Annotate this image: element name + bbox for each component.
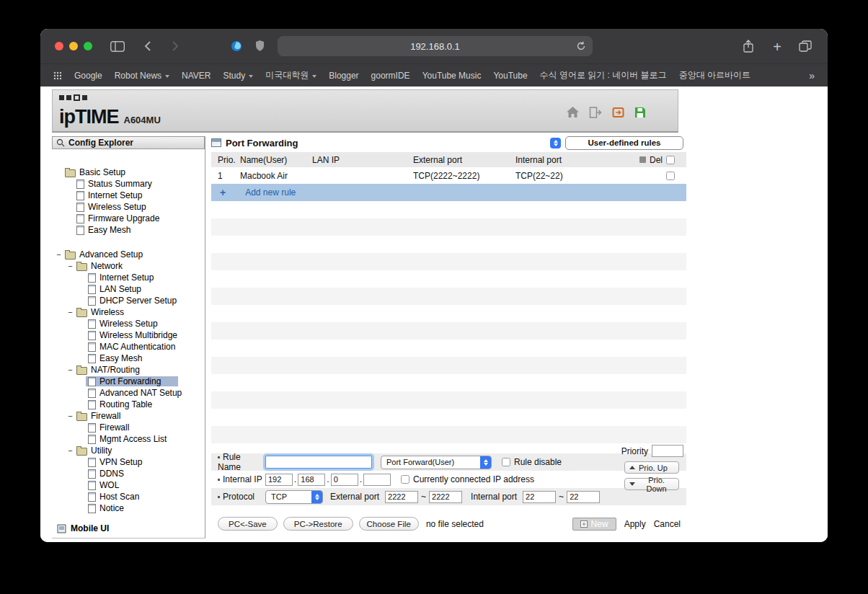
- bookmark-naver[interactable]: NAVER: [182, 71, 211, 81]
- sidebar-item-nat-routing[interactable]: −NAT/Routing: [52, 364, 205, 376]
- bookmark-robot-news[interactable]: Robot News: [115, 71, 169, 81]
- sidebar-item-port-forwarding[interactable]: Port Forwarding: [52, 376, 205, 387]
- sidebar-item-advanced-nat-setup[interactable]: Advanced NAT Setup: [52, 387, 205, 399]
- bookmark-blogger[interactable]: Blogger: [329, 71, 358, 81]
- bookmarks-overflow-chevron[interactable]: »: [809, 70, 815, 81]
- add-new-rule-row[interactable]: + Add new rule: [211, 184, 686, 201]
- apps-grid-icon[interactable]: [53, 71, 62, 80]
- close-window-button[interactable]: [55, 42, 63, 50]
- sidebar-item-label: Utility: [91, 446, 112, 456]
- sidebar-item-mgmt-access-list[interactable]: Mgmt Access List: [52, 433, 205, 445]
- sidebar-item-easy-mesh[interactable]: Easy Mesh: [52, 353, 205, 364]
- sidebar-item-notice[interactable]: Notice: [52, 502, 205, 514]
- bookmark-study[interactable]: Study: [223, 71, 254, 81]
- sidebar-item-utility[interactable]: −Utility: [52, 445, 205, 456]
- sidebar-item-internet-setup[interactable]: Internet Setup: [52, 190, 205, 201]
- collapse-toggle-icon[interactable]: −: [66, 262, 74, 270]
- ip-octet-3-input[interactable]: [331, 474, 358, 486]
- sidebar-item-wol[interactable]: WOL: [52, 479, 205, 491]
- sidebar-item-firewall[interactable]: −Firewall: [52, 410, 205, 422]
- sidebar-item-advanced-setup[interactable]: −Advanced Setup: [52, 249, 205, 260]
- ip-octet-1-input[interactable]: [265, 474, 293, 486]
- bookmark-youtube[interactable]: YouTube: [493, 71, 527, 81]
- forward-button[interactable]: [172, 40, 179, 52]
- sidebar-item-easy-mesh[interactable]: Easy Mesh: [52, 224, 205, 236]
- collapse-toggle-icon[interactable]: −: [55, 250, 63, 259]
- sidebar-item-network[interactable]: −Network: [52, 260, 205, 272]
- zoom-window-button[interactable]: [84, 42, 92, 50]
- rule-name-label: Rule Name: [218, 452, 265, 472]
- choose-file-button[interactable]: Choose File: [359, 517, 419, 531]
- new-button[interactable]: New: [572, 518, 616, 531]
- web-page: ipTIME A604MU: [40, 87, 828, 542]
- external-port-from-input[interactable]: [385, 491, 418, 503]
- back-button[interactable]: [144, 40, 151, 52]
- sidebar-item-wireless-multibridge[interactable]: Wireless Multibridge: [52, 329, 205, 341]
- new-tab-icon[interactable]: +: [773, 39, 781, 56]
- bookmark-label: Study: [223, 71, 246, 81]
- exit-icon[interactable]: [589, 107, 603, 118]
- sidebar-item-firewall[interactable]: Firewall: [52, 422, 205, 433]
- bookmark-미국대학원[interactable]: 미국대학원: [265, 69, 316, 81]
- collapse-toggle-icon[interactable]: −: [66, 365, 74, 374]
- sidebar-item-host-scan[interactable]: Host Scan: [52, 491, 205, 502]
- row-delete-checkbox[interactable]: [666, 172, 675, 180]
- collapse-toggle-icon[interactable]: −: [66, 308, 74, 316]
- sidebar-item-basic-setup[interactable]: Basic Setup: [52, 167, 205, 178]
- bookmark-label: Google: [74, 71, 102, 81]
- tab-overview-icon[interactable]: [799, 40, 812, 52]
- sidebar-item-dhcp-server-setup[interactable]: DHCP Server Setup: [52, 295, 205, 306]
- internal-port-from-input[interactable]: [523, 491, 556, 503]
- priority-down-button[interactable]: Prio. Down: [624, 478, 679, 490]
- extension-icon[interactable]: [231, 40, 242, 52]
- sidebar-item-wireless-setup[interactable]: Wireless Setup: [52, 318, 205, 329]
- sidebar-toggle-icon[interactable]: [110, 41, 125, 52]
- shield-icon[interactable]: [255, 40, 265, 52]
- sidebar-item-wireless-setup[interactable]: Wireless Setup: [52, 201, 205, 213]
- sidebar-item-firmware-upgrade[interactable]: Firmware Upgrade: [52, 213, 205, 224]
- share-icon[interactable]: [743, 40, 754, 53]
- rules-filter-select[interactable]: User-defined rules: [565, 136, 683, 150]
- sidebar-item-wireless[interactable]: −Wireless: [52, 306, 205, 318]
- bookmark-youtube-music[interactable]: YouTube Music: [422, 71, 482, 81]
- save-icon[interactable]: [634, 107, 646, 118]
- pc-save-button[interactable]: PC<-Save: [218, 517, 278, 531]
- folder-icon: [76, 367, 87, 375]
- sidebar-item-vpn-setup[interactable]: VPN Setup: [52, 456, 205, 468]
- sidebar-item-lan-setup[interactable]: LAN Setup: [52, 283, 205, 295]
- rule-name-input[interactable]: [265, 456, 372, 469]
- minimize-window-button[interactable]: [69, 42, 78, 50]
- priority-up-button[interactable]: Prio. Up: [624, 461, 679, 474]
- ip-octet-4-input[interactable]: [363, 474, 391, 486]
- cancel-button[interactable]: Cancel: [654, 519, 681, 529]
- ip-octet-2-input[interactable]: [298, 474, 325, 486]
- protocol-select[interactable]: TCP: [265, 490, 323, 504]
- collapse-toggle-icon[interactable]: −: [66, 412, 74, 420]
- refresh-icon[interactable]: [576, 41, 586, 53]
- collapse-toggle-icon[interactable]: −: [66, 446, 74, 455]
- sidebar-item-internet-setup[interactable]: Internet Setup: [52, 272, 205, 283]
- bookmark-중앙대-아르바이트[interactable]: 중앙대 아르바이트: [679, 69, 750, 81]
- sidebar-item-status-summary[interactable]: Status Summary: [52, 178, 205, 190]
- apply-button[interactable]: Apply: [624, 519, 646, 529]
- external-port-to-input[interactable]: [429, 491, 462, 503]
- home-icon[interactable]: [566, 106, 580, 118]
- sidebar-item-routing-table[interactable]: Routing Table: [52, 399, 205, 410]
- rule-disable-checkbox[interactable]: [502, 458, 510, 466]
- sidebar-item-mobile-ui[interactable]: Mobile UI: [57, 523, 109, 533]
- rule-type-select[interactable]: Port Forward(User): [381, 456, 492, 469]
- address-bar[interactable]: 192.168.0.1: [278, 36, 593, 56]
- mobile-view-icon[interactable]: [612, 107, 625, 118]
- sidebar-item-label: Wireless Multibridge: [99, 330, 177, 340]
- bookmark-수식-영어로-읽기-네이버-블로그[interactable]: 수식 영어로 읽기 : 네이버 블로그: [540, 69, 667, 81]
- select-all-checkbox[interactable]: [666, 156, 675, 164]
- sidebar-item-mac-authentication[interactable]: MAC Authentication: [52, 341, 205, 353]
- rules-filter-stepper[interactable]: [550, 138, 561, 148]
- sidebar-item-ddns[interactable]: DDNS: [52, 468, 205, 479]
- bookmark-google[interactable]: Google: [74, 71, 102, 81]
- current-ip-checkbox[interactable]: [401, 475, 409, 484]
- pc-restore-button[interactable]: PC->Restore: [283, 517, 353, 531]
- bookmark-goormide[interactable]: goormIDE: [371, 71, 410, 81]
- priority-input[interactable]: [652, 445, 683, 457]
- internal-port-to-input[interactable]: [567, 491, 600, 503]
